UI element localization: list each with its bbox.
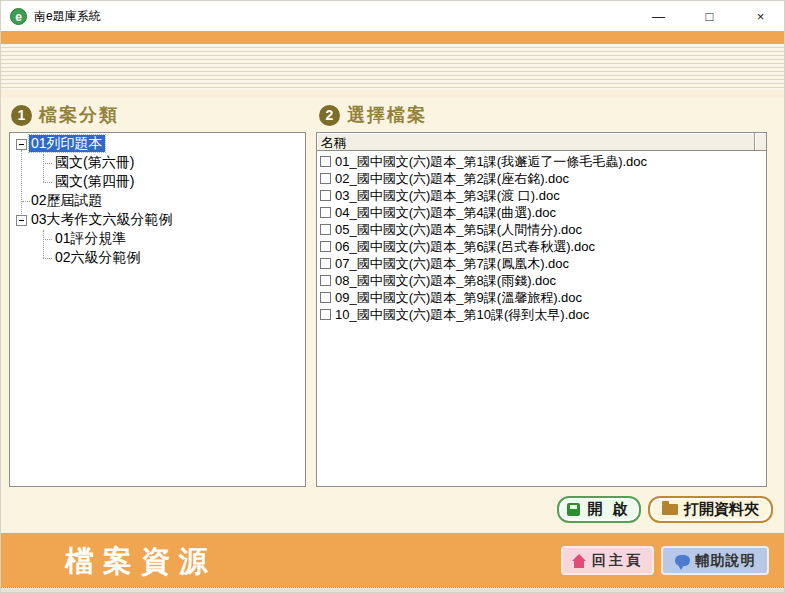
home-icon xyxy=(572,555,586,567)
file-checkbox[interactable] xyxy=(320,309,331,320)
file-row[interactable]: 01_國中國文(六)題本_第1課(我邂逅了一條毛毛蟲).doc xyxy=(317,153,766,170)
tree-guide-line xyxy=(43,230,44,258)
file-checkbox[interactable] xyxy=(320,207,331,218)
section-choose-label: 選擇檔案 xyxy=(347,103,427,127)
file-name: 04_國中國文(六)題本_第4課(曲選).doc xyxy=(335,204,556,221)
file-row[interactable]: 10_國中國文(六)題本_第10課(得到太早).doc xyxy=(317,306,766,323)
folder-icon xyxy=(662,504,678,515)
file-row[interactable]: 06_國中國文(六)題本_第6課(呂式春秋選).doc xyxy=(317,238,766,255)
file-name: 06_國中國文(六)題本_第6課(呂式春秋選).doc xyxy=(335,238,595,255)
step-1-badge: 1 xyxy=(11,105,32,126)
step-2-badge: 2 xyxy=(319,105,340,126)
file-name: 01_國中國文(六)題本_第1課(我邂逅了一條毛毛蟲).doc xyxy=(335,153,647,170)
home-button-label: 回主頁 xyxy=(592,552,643,570)
tree-item-chinese-vol6[interactable]: 國文(第六冊) xyxy=(53,154,136,171)
tree-item-essay-examples[interactable]: 03大考作文六級分範例 xyxy=(29,211,175,228)
open-icon xyxy=(567,503,580,516)
category-tree-panel: 01列印題本 國文(第六冊) 國文(第四冊) 02歷屆試題 03大考作文六級分範… xyxy=(9,132,306,487)
tree-item-scoring-criteria[interactable]: 01評分規準 xyxy=(53,230,129,247)
file-checkbox[interactable] xyxy=(320,241,331,252)
minimize-button[interactable]: — xyxy=(633,1,684,31)
section-header-classify: 1 檔案分類 xyxy=(11,103,119,127)
tree-guide-line xyxy=(43,258,52,259)
home-button[interactable]: 回主頁 xyxy=(561,546,654,575)
file-checkbox[interactable] xyxy=(320,292,331,303)
tree-guide-line xyxy=(21,150,22,220)
file-checkbox[interactable] xyxy=(320,275,331,286)
tree-item-chinese-vol4[interactable]: 國文(第四冊) xyxy=(53,173,136,190)
tree-guide-line xyxy=(43,182,52,183)
section-classify-label: 檔案分類 xyxy=(39,103,119,127)
file-checkbox[interactable] xyxy=(320,190,331,201)
title-bar: e 南e題庫系統 — □ × xyxy=(1,1,785,31)
footer-bar: 檔案資源 回主頁 輔助說明 xyxy=(1,533,785,587)
tree-item-past-exams[interactable]: 02歷屆試題 xyxy=(29,192,105,209)
tree-collapse-icon[interactable] xyxy=(16,215,27,226)
speech-bubble-icon xyxy=(675,555,690,566)
help-button-label: 輔助說明 xyxy=(696,552,756,570)
file-list-body: 01_國中國文(六)題本_第1課(我邂逅了一條毛毛蟲).doc 02_國中國文(… xyxy=(317,151,766,486)
top-orange-band xyxy=(1,31,785,44)
tree-collapse-icon[interactable] xyxy=(16,139,27,150)
section-header-choose: 2 選擇檔案 xyxy=(319,103,427,127)
file-name: 03_國中國文(六)題本_第3課(渡 口).doc xyxy=(335,187,560,204)
file-row[interactable]: 08_國中國文(六)題本_第8課(雨錢).doc xyxy=(317,272,766,289)
help-button[interactable]: 輔助說明 xyxy=(661,546,769,575)
page-title: 檔案資源 xyxy=(65,542,217,582)
tree-guide-line xyxy=(43,154,44,182)
tree-guide-line xyxy=(43,163,52,164)
tree-item-print-books[interactable]: 01列印題本 xyxy=(29,135,105,152)
tree-guide-line xyxy=(43,239,52,240)
file-name: 10_國中國文(六)題本_第10課(得到太早).doc xyxy=(335,306,589,323)
file-row[interactable]: 02_國中國文(六)題本_第2課(座右銘).doc xyxy=(317,170,766,187)
open-button[interactable]: 開 啟 xyxy=(557,496,641,523)
open-folder-button[interactable]: 打開資料夾 xyxy=(648,496,773,523)
file-name: 05_國中國文(六)題本_第5課(人間情分).doc xyxy=(335,221,582,238)
window-controls: — □ × xyxy=(633,1,785,31)
file-name: 08_國中國文(六)題本_第8課(雨錢).doc xyxy=(335,272,556,289)
file-checkbox[interactable] xyxy=(320,156,331,167)
file-row[interactable]: 07_國中國文(六)題本_第7課(鳳凰木).doc xyxy=(317,255,766,272)
file-row[interactable]: 09_國中國文(六)題本_第9課(溫馨旅程).doc xyxy=(317,289,766,306)
tree-item-level6-examples[interactable]: 02六級分範例 xyxy=(53,249,143,266)
file-list-panel: 名稱 01_國中國文(六)題本_第1課(我邂逅了一條毛毛蟲).doc 02_國中… xyxy=(316,132,767,487)
file-name: 02_國中國文(六)題本_第2課(座右銘).doc xyxy=(335,170,569,187)
column-header-filler xyxy=(755,133,766,151)
app-window: e 南e題庫系統 — □ × 1 檔案分類 2 選擇檔案 01列印題本 國文(第 xyxy=(0,0,785,593)
file-row[interactable]: 05_國中國文(六)題本_第5課(人間情分).doc xyxy=(317,221,766,238)
close-button[interactable]: × xyxy=(735,1,785,31)
file-checkbox[interactable] xyxy=(320,173,331,184)
file-name: 07_國中國文(六)題本_第7課(鳳凰木).doc xyxy=(335,255,569,272)
maximize-button[interactable]: □ xyxy=(684,1,735,31)
file-checkbox[interactable] xyxy=(320,224,331,235)
open-folder-button-label: 打開資料夾 xyxy=(684,500,759,519)
file-row[interactable]: 04_國中國文(六)題本_第4課(曲選).doc xyxy=(317,204,766,221)
bottom-edge xyxy=(1,587,785,593)
window-title: 南e題庫系統 xyxy=(34,8,101,25)
column-header-name[interactable]: 名稱 xyxy=(317,133,755,151)
open-button-label: 開 啟 xyxy=(587,500,630,519)
file-checkbox[interactable] xyxy=(320,258,331,269)
striped-band xyxy=(1,44,785,90)
app-logo-icon: e xyxy=(10,8,27,25)
file-list-header: 名稱 xyxy=(317,133,766,151)
file-row[interactable]: 03_國中國文(六)題本_第3課(渡 口).doc xyxy=(317,187,766,204)
file-name: 09_國中國文(六)題本_第9課(溫馨旅程).doc xyxy=(335,289,582,306)
striped-band-fade xyxy=(1,90,785,98)
